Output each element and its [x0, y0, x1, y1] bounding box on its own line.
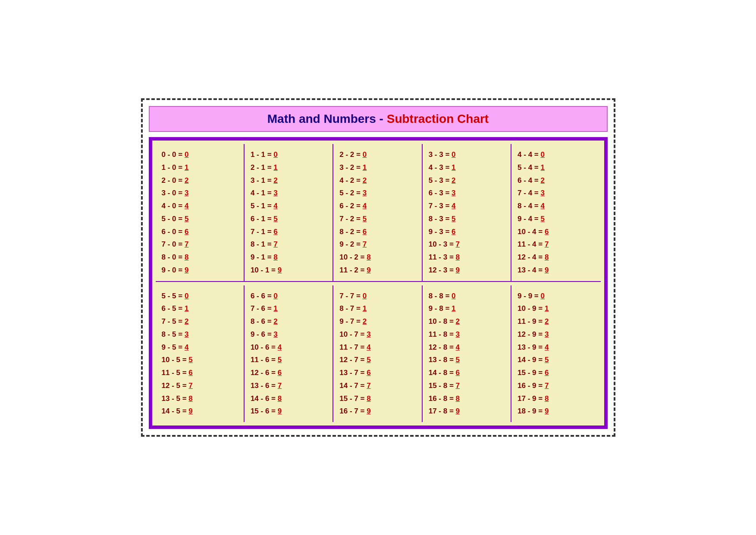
- equation-text: 14 - 7 =: [339, 382, 367, 390]
- equation-text: 10 - 8 =: [429, 317, 456, 325]
- list-item: 10 - 5 = 5: [162, 354, 238, 366]
- list-item: 6 - 6 = 0: [251, 290, 326, 303]
- equation-text: 9 - 1 =: [251, 253, 273, 261]
- list-item: 2 - 0 = 2: [162, 174, 238, 187]
- list-item: 13 - 8 = 5: [429, 354, 505, 366]
- equation-text: 7 - 3 =: [429, 202, 452, 210]
- list-item: 8 - 7 = 1: [339, 302, 415, 315]
- equation-text: 9 - 2 =: [339, 240, 362, 248]
- list-item: 7 - 5 = 2: [162, 315, 238, 328]
- answer-value: 2: [273, 317, 277, 325]
- answer-value: 2: [185, 317, 188, 325]
- equation-text: 15 - 6 =: [251, 407, 278, 415]
- answer-value: 1: [185, 163, 188, 172]
- equation-text: 5 - 0 =: [162, 215, 185, 223]
- list-item: 5 - 3 = 2: [429, 174, 505, 187]
- list-item: 0 - 0 = 0: [162, 148, 238, 161]
- list-item: 13 - 4 = 9: [518, 264, 594, 277]
- answer-value: 0: [540, 292, 544, 300]
- equation-text: 16 - 7 =: [339, 407, 367, 415]
- answer-value: 4: [540, 202, 544, 210]
- list-item: 11 - 3 = 8: [429, 251, 505, 264]
- answer-value: 8: [185, 253, 188, 261]
- list-item: 10 - 8 = 2: [429, 315, 505, 328]
- equation-text: 5 - 2 =: [339, 189, 362, 197]
- equation-text: 8 - 2 =: [339, 228, 362, 236]
- equation-text: 1 - 1 =: [251, 150, 273, 159]
- equation-text: 8 - 0 =: [162, 253, 185, 261]
- equation-text: 12 - 9 =: [518, 330, 545, 338]
- list-item: 7 - 2 = 5: [339, 213, 415, 225]
- answer-value: 6: [545, 228, 549, 236]
- list-item: 8 - 0 = 8: [162, 251, 238, 264]
- answer-value: 1: [185, 304, 188, 313]
- equation-text: 3 - 3 =: [429, 150, 452, 159]
- list-item: 4 - 1 = 3: [251, 187, 326, 200]
- equation-text: 4 - 1 =: [251, 189, 273, 197]
- answer-value: 5: [363, 215, 367, 223]
- list-item: 4 - 3 = 1: [429, 161, 505, 174]
- equation-text: 16 - 9 =: [518, 382, 545, 390]
- equation-text: 11 - 2 =: [339, 266, 367, 274]
- list-item: 9 - 3 = 6: [429, 225, 505, 238]
- answer-value: 7: [545, 382, 549, 390]
- equation-text: 10 - 6 =: [251, 343, 278, 351]
- list-item: 13 - 9 = 4: [518, 341, 594, 354]
- equation-text: 11 - 5 =: [162, 369, 189, 377]
- answer-value: 1: [545, 304, 549, 313]
- table-cell: 0 - 0 = 01 - 0 = 12 - 0 = 23 - 0 = 34 - …: [156, 144, 245, 281]
- list-item: 15 - 7 = 8: [339, 392, 415, 405]
- equation-text: 10 - 4 =: [518, 228, 545, 236]
- list-item: 18 - 9 = 9: [518, 405, 594, 418]
- answer-value: 6: [185, 228, 188, 236]
- equation-text: 11 - 3 =: [429, 253, 456, 261]
- list-item: 14 - 6 = 8: [251, 392, 326, 405]
- answer-value: 0: [273, 150, 277, 159]
- answer-value: 9: [456, 266, 460, 274]
- answer-value: 4: [278, 343, 282, 351]
- equation-text: 11 - 4 =: [518, 240, 545, 248]
- answer-value: 1: [273, 304, 277, 313]
- answer-value: 6: [367, 369, 370, 377]
- list-item: 9 - 4 = 5: [518, 213, 594, 225]
- list-item: 5 - 4 = 1: [518, 161, 594, 174]
- equation-text: 9 - 8 =: [429, 304, 452, 313]
- answer-value: 5: [188, 356, 192, 364]
- answer-value: 6: [363, 228, 367, 236]
- equation-text: 2 - 0 =: [162, 176, 185, 185]
- answer-value: 5: [456, 356, 460, 364]
- table-cell: 9 - 9 = 010 - 9 = 111 - 9 = 212 - 9 = 31…: [511, 285, 600, 422]
- equation-text: 10 - 2 =: [339, 253, 367, 261]
- list-item: 7 - 6 = 1: [251, 302, 326, 315]
- answer-value: 2: [545, 317, 549, 325]
- answer-value: 7: [545, 240, 549, 248]
- answer-value: 0: [273, 292, 277, 300]
- list-item: 5 - 5 = 0: [162, 290, 238, 303]
- equation-text: 14 - 8 =: [429, 369, 456, 377]
- answer-value: 3: [363, 189, 367, 197]
- list-item: 4 - 0 = 4: [162, 200, 238, 213]
- list-item: 14 - 8 = 6: [429, 366, 505, 379]
- equation-text: 12 - 3 =: [429, 266, 456, 274]
- answer-value: 4: [185, 343, 188, 351]
- list-item: 12 - 6 = 6: [251, 366, 326, 379]
- list-item: 16 - 7 = 9: [339, 405, 415, 418]
- answer-value: 6: [278, 369, 282, 377]
- list-item: 8 - 3 = 5: [429, 213, 505, 225]
- title-prefix: Math and Numbers -: [267, 112, 387, 125]
- answer-value: 2: [452, 176, 455, 185]
- list-item: 16 - 9 = 7: [518, 379, 594, 392]
- list-item: 8 - 2 = 6: [339, 225, 415, 238]
- equation-text: 4 - 3 =: [429, 163, 452, 172]
- table-cell: 4 - 4 = 05 - 4 = 16 - 4 = 27 - 4 = 38 - …: [511, 144, 600, 281]
- equation-text: 10 - 3 =: [429, 240, 456, 248]
- list-item: 14 - 7 = 7: [339, 379, 415, 392]
- answer-value: 2: [456, 317, 460, 325]
- equation-text: 3 - 0 =: [162, 189, 185, 197]
- equation-text: 12 - 4 =: [518, 253, 545, 261]
- list-item: 8 - 5 = 3: [162, 328, 238, 341]
- list-item: 5 - 0 = 5: [162, 213, 238, 225]
- equation-text: 18 - 9 =: [518, 407, 545, 415]
- equation-text: 1 - 0 =: [162, 163, 185, 172]
- equation-text: 4 - 2 =: [339, 176, 362, 185]
